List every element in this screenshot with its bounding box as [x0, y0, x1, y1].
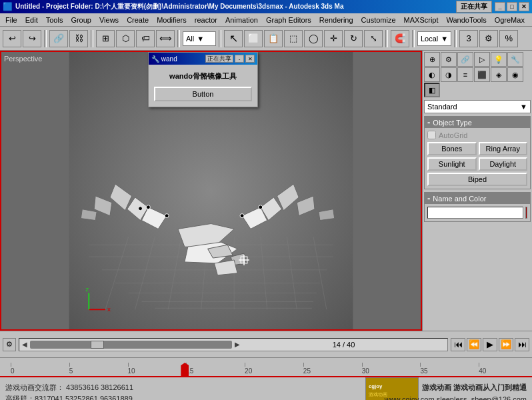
rp-icon-modify[interactable]: ⚙ — [441, 52, 457, 67]
scale-button[interactable]: ⤡ — [364, 30, 383, 47]
color-swatch[interactable] — [525, 207, 527, 219]
object-type-collapse[interactable]: - — [427, 117, 430, 127]
autogrid-checkbox[interactable] — [427, 131, 436, 139]
select-link-button[interactable]: 🔗 — [49, 30, 68, 47]
timeline-counter: 14 / 40 — [243, 341, 445, 349]
extra-btn-3[interactable]: % — [499, 30, 518, 47]
window-title: Untitled - Project Folder: D:\个人重要资料(勿删)… — [15, 2, 343, 11]
select-by-name-button[interactable]: 📋 — [264, 30, 283, 47]
next-frame-button[interactable]: ⏩ — [499, 338, 513, 351]
menu-maxscript[interactable]: MAXScript — [400, 15, 443, 25]
frame-label: 25 — [303, 367, 311, 375]
frame-label: 30 — [362, 367, 369, 375]
prev-frame-button[interactable]: ⏪ — [467, 338, 481, 351]
biped-button[interactable]: Biped — [427, 173, 527, 186]
minimize-button[interactable]: _ — [495, 2, 505, 11]
local-dropdown-label: Local — [421, 35, 438, 43]
select-region-button[interactable]: ⬜ — [244, 30, 263, 47]
name-color-collapse[interactable]: - — [427, 193, 430, 203]
menu-wandotools[interactable]: WandoTools — [443, 15, 491, 25]
rotate-button[interactable]: ↻ — [344, 30, 363, 47]
rp-icon-11[interactable]: ◈ — [491, 67, 507, 82]
rp-icon-motion[interactable]: ▷ — [474, 52, 490, 67]
rp-icon-7[interactable]: ◐ — [424, 67, 440, 82]
ring-array-button[interactable]: Ring Array — [479, 142, 528, 155]
name-input-row — [427, 207, 527, 219]
standard-dropdown[interactable]: Standard ▼ — [424, 100, 531, 113]
menu-rendering[interactable]: Rendering — [315, 15, 357, 25]
undo-button[interactable]: ↩ — [3, 30, 21, 47]
menu-group[interactable]: Group — [67, 15, 95, 25]
move-button[interactable]: ✛ — [324, 30, 343, 47]
rp-icon-utilities[interactable]: 🔧 — [507, 52, 523, 67]
timeline-thumb[interactable] — [91, 341, 104, 349]
menu-ogremax[interactable]: OgreMax — [491, 15, 529, 25]
sharing-badge: 正在共享 — [456, 1, 492, 13]
frame-ruler[interactable]: 0510152025303540 — [0, 357, 532, 376]
viewport[interactable]: Perspective — [0, 51, 422, 331]
go-start-button[interactable]: ⏮ — [451, 338, 465, 351]
rp-icon-10[interactable]: ⬛ — [474, 67, 490, 82]
rp-icon-display[interactable]: 💡 — [491, 52, 507, 67]
rp-icon-12[interactable]: ◉ — [507, 67, 523, 82]
rp-icon-hierarchy[interactable]: 🔗 — [457, 52, 473, 67]
redo-button[interactable]: ↪ — [23, 30, 41, 47]
menu-animation[interactable]: Animation — [221, 15, 262, 25]
standard-dropdown-arrow: ▼ — [520, 103, 527, 111]
playhead[interactable] — [181, 363, 189, 376]
sunlight-button[interactable]: Sunlight — [427, 157, 477, 171]
select-tool-button[interactable]: ↖ — [224, 30, 243, 47]
all-dropdown[interactable]: All ▼ — [183, 31, 216, 46]
maximize-button[interactable]: □ — [507, 2, 517, 11]
menu-help[interactable]: Help — [529, 15, 532, 25]
selection-filter-button[interactable]: ⬡ — [116, 30, 135, 47]
mirror-button[interactable]: ⟺ — [156, 30, 175, 47]
menu-reactor[interactable]: reactor — [191, 15, 221, 25]
go-end-button[interactable]: ⏭ — [515, 338, 529, 351]
menu-customize[interactable]: Customize — [357, 15, 400, 25]
unlink-button[interactable]: ⛓ — [69, 30, 88, 47]
named-selection-button[interactable]: 🏷 — [136, 30, 155, 47]
snaps-toggle-button[interactable]: 🧲 — [391, 30, 409, 47]
timeline-track[interactable] — [30, 341, 232, 349]
bind-space-warp-button[interactable]: ⊞ — [96, 30, 115, 47]
rp-icon-13[interactable]: ◧ — [424, 83, 440, 97]
timeline-settings-icon[interactable]: ⚙ — [3, 338, 16, 351]
rp-icon-8[interactable]: ◑ — [441, 67, 457, 82]
play-button[interactable]: ▶ — [483, 338, 497, 351]
rp-icon-9[interactable]: ≡ — [457, 67, 473, 82]
menu-tools[interactable]: Tools — [42, 15, 67, 25]
select-circle-button[interactable]: ◯ — [304, 30, 323, 47]
name-color-header: - Name and Color — [425, 193, 530, 204]
rp-icon-create[interactable]: ⊕ — [424, 52, 440, 67]
object-type-header: - Object Type — [425, 117, 530, 128]
object-type-label: Object Type — [433, 119, 472, 127]
menu-modifiers[interactable]: Modifiers — [153, 15, 191, 25]
extra-btn-1[interactable]: 3 — [459, 30, 478, 47]
frame-tick — [479, 363, 479, 367]
menu-graph-editors[interactable]: Graph Editors — [262, 15, 315, 25]
timeline-arrow-left[interactable]: ◀ — [22, 341, 27, 348]
right-panel: ⊕ ⚙ 🔗 ▷ 💡 🔧 ◐ ◑ ≡ ⬛ ◈ ◉ ◧ Standard ▼ - O… — [422, 51, 532, 331]
menu-edit[interactable]: Edit — [21, 15, 42, 25]
toolbar-separator-4 — [219, 30, 221, 47]
bones-button[interactable]: Bones — [427, 142, 477, 155]
local-dropdown[interactable]: Local ▼ — [417, 31, 451, 46]
svg-point-39 — [146, 205, 150, 209]
wando-dialog-minimize[interactable]: - — [235, 55, 244, 63]
extra-btn-2[interactable]: ⚙ — [479, 30, 498, 47]
menu-file[interactable]: File — [1, 15, 21, 25]
frame-tick — [11, 363, 11, 367]
all-dropdown-label: All — [186, 35, 194, 43]
daylight-button[interactable]: Daylight — [479, 157, 528, 171]
timeline-arrow-right[interactable]: ▶ — [235, 341, 240, 348]
wando-button[interactable]: Button — [154, 87, 252, 101]
close-button[interactable]: ✕ — [519, 2, 529, 11]
select-rect-button[interactable]: ⬚ — [284, 30, 303, 47]
menu-views[interactable]: Views — [95, 15, 123, 25]
name-input-field[interactable] — [427, 207, 523, 219]
timeline-scrollbar[interactable]: ◀ ▶ 14 / 40 — [19, 338, 448, 351]
menu-create[interactable]: Create — [123, 15, 153, 25]
wando-dialog-sharing: 正在共享 — [205, 55, 233, 63]
wando-dialog-close[interactable]: ✕ — [245, 55, 255, 63]
